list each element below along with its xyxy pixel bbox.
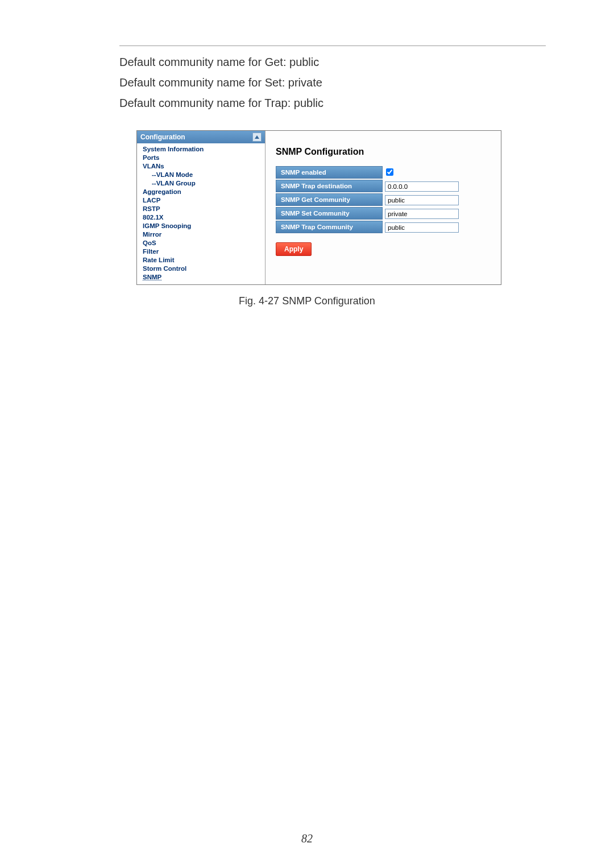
- sidebar-item[interactable]: LACP: [142, 196, 265, 204]
- form-label: SNMP Get Community: [276, 193, 383, 206]
- sidebar-item[interactable]: Filter: [142, 247, 265, 255]
- form-value-cell: [383, 193, 459, 206]
- page-title: SNMP Configuration: [276, 147, 491, 157]
- form-row: SNMP enabled: [276, 166, 459, 179]
- sidebar-item[interactable]: RSTP: [142, 204, 265, 213]
- sidebar-item[interactable]: VLANs: [142, 162, 265, 170]
- form-row: SNMP Get Community: [276, 193, 459, 206]
- text-input[interactable]: [385, 195, 459, 205]
- embedded-screenshot: Configuration System InformationPortsVLA…: [136, 130, 501, 285]
- sidebar-header: Configuration: [137, 131, 265, 143]
- body-line: Default community name for Get: public: [119, 52, 546, 72]
- text-input[interactable]: [385, 222, 459, 233]
- body-line: Default community name for Set: private: [119, 72, 546, 93]
- sidebar-item[interactable]: 802.1X: [142, 213, 265, 221]
- form-row: SNMP Trap Community: [276, 221, 459, 233]
- snmp-form-table: SNMP enabledSNMP Trap destinationSNMP Ge…: [276, 165, 459, 234]
- text-input[interactable]: [385, 181, 459, 192]
- sidebar-item[interactable]: System Information: [142, 144, 265, 153]
- sidebar-item[interactable]: Mirror: [142, 230, 265, 238]
- sidebar-items: System InformationPortsVLANsVLAN ModeVLA…: [137, 143, 265, 284]
- sidebar-item[interactable]: Rate Limit: [142, 255, 265, 264]
- figure-caption: Fig. 4-27 SNMP Configuration: [125, 295, 489, 307]
- sidebar-item[interactable]: Aggregation: [142, 187, 265, 196]
- form-value-cell: [383, 166, 459, 179]
- apply-button[interactable]: Apply: [276, 242, 312, 256]
- sidebar-header-title: Configuration: [140, 133, 185, 141]
- form-label: SNMP Trap destination: [276, 180, 383, 192]
- body-text-block: Default community name for Get: public D…: [119, 52, 546, 113]
- form-label: SNMP Trap Community: [276, 221, 383, 233]
- text-input[interactable]: [385, 209, 459, 219]
- sidebar-subitem[interactable]: VLAN Mode: [142, 170, 265, 179]
- sidebar-subitem[interactable]: VLAN Group: [142, 179, 265, 187]
- page-number: 82: [0, 832, 614, 845]
- form-value-cell: [383, 221, 459, 233]
- snmp-enabled-checkbox[interactable]: [386, 168, 393, 176]
- form-value-cell: [383, 180, 459, 192]
- sidebar-item[interactable]: Storm Control: [142, 264, 265, 272]
- sidebar-item[interactable]: QoS: [142, 238, 265, 247]
- sidebar-item[interactable]: SNMP: [142, 272, 265, 281]
- form-row: SNMP Trap destination: [276, 180, 459, 192]
- form-row: SNMP Set Community: [276, 207, 459, 220]
- config-sidebar: Configuration System InformationPortsVLA…: [137, 131, 265, 284]
- form-label: SNMP Set Community: [276, 207, 383, 220]
- body-line: Default community name for Trap: public: [119, 93, 546, 113]
- main-pane: SNMP Configuration SNMP enabledSNMP Trap…: [265, 131, 501, 284]
- form-label: SNMP enabled: [276, 166, 383, 179]
- document-page: Default community name for Get: public D…: [0, 0, 614, 868]
- scroll-up-icon[interactable]: [252, 133, 262, 142]
- sidebar-item[interactable]: Ports: [142, 153, 265, 162]
- horizontal-rule: [119, 46, 546, 46]
- form-value-cell: [383, 207, 459, 220]
- sidebar-item[interactable]: IGMP Snooping: [142, 221, 265, 230]
